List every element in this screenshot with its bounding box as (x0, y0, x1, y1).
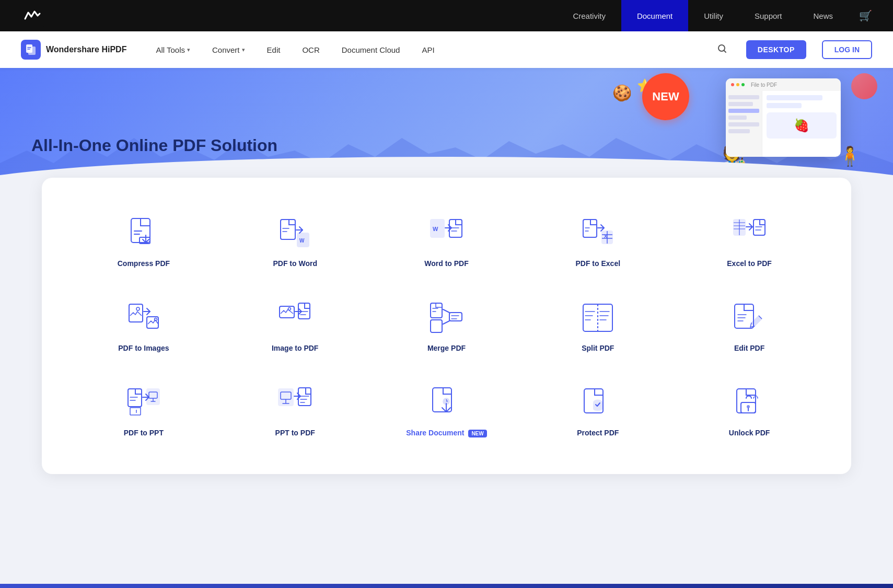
protect-pdf-label: Protect PDF (577, 429, 619, 437)
mockup-sidebar (726, 91, 762, 157)
top-nav: Creativity Document Utility Support News… (0, 0, 893, 31)
tool-pdf-to-excel[interactable]: X PDF to Excel (527, 204, 668, 278)
svg-text:W: W (433, 226, 438, 232)
tool-image-to-pdf[interactable]: Image to PDF (225, 289, 366, 363)
hero-content: All-In-One Online PDF Solution (0, 114, 309, 188)
hipdf-logo-icon (21, 40, 41, 60)
search-button[interactable] (714, 40, 730, 60)
brand-name-text: Wondershare HiPDF (46, 45, 126, 54)
sec-nav-document-cloud[interactable]: Document Cloud (339, 45, 403, 54)
mockup-title-text: File to PDF (751, 82, 777, 88)
tool-pdf-to-ppt[interactable]: PDF to PPT (73, 373, 214, 448)
mockup-sidebar-item (728, 102, 753, 106)
tool-ppt-to-pdf[interactable]: PPT to PDF (225, 373, 366, 448)
excel-to-pdf-icon (730, 214, 768, 252)
sec-nav-edit[interactable]: Edit (264, 45, 284, 54)
tool-pdf-to-images[interactable]: PDF to Images (73, 289, 214, 363)
top-nav-logo (21, 4, 44, 27)
svg-rect-6 (281, 220, 295, 239)
all-tools-chevron: ▾ (187, 47, 190, 53)
mockup-sidebar-item (728, 122, 759, 126)
desktop-button[interactable]: DESKTOP (746, 40, 806, 59)
tool-protect-pdf[interactable]: Protect PDF (527, 373, 668, 448)
tools-card: Compress PDF W PDF to Word (42, 178, 851, 474)
share-document-icon (427, 384, 465, 421)
pdf-to-word-icon: W (276, 214, 314, 252)
sec-nav-convert[interactable]: Convert ▾ (209, 45, 248, 54)
split-pdf-label: Split PDF (582, 344, 614, 352)
svg-rect-26 (449, 313, 462, 321)
protect-pdf-icon (579, 384, 617, 421)
nav-support[interactable]: Support (739, 0, 798, 31)
tool-unlock-pdf[interactable]: Unlock PDF (679, 373, 820, 448)
unlock-pdf-label: Unlock PDF (729, 429, 770, 437)
merge-pdf-label: Merge PDF (427, 344, 466, 352)
bottom-decorative-bar (0, 584, 893, 588)
tool-pdf-to-word[interactable]: W PDF to Word (225, 204, 366, 278)
split-pdf-icon (579, 299, 617, 337)
mockup-row-short (767, 103, 802, 108)
pdf-to-ppt-icon (125, 384, 163, 421)
tools-grid: Compress PDF W PDF to Word (73, 199, 820, 453)
mockup-sidebar-item (728, 129, 750, 133)
compress-pdf-label: Compress PDF (118, 259, 170, 268)
sec-nav-ocr[interactable]: OCR (299, 45, 322, 54)
svg-rect-24 (431, 303, 442, 318)
share-document-new-tag: NEW (468, 430, 486, 437)
login-button[interactable]: LOG IN (822, 40, 872, 59)
mockup-dot-green (741, 83, 745, 86)
sec-nav-api[interactable]: API (419, 45, 437, 54)
hero-app-mockup: File to PDF 🍓 (726, 78, 841, 157)
word-to-pdf-label: Word to PDF (424, 259, 469, 268)
nav-utility[interactable]: Utility (688, 0, 739, 31)
search-icon (717, 43, 727, 54)
nav-creativity[interactable]: Creativity (557, 0, 621, 31)
mockup-sidebar-item (728, 95, 759, 99)
word-to-pdf-icon: W (427, 214, 465, 252)
pdf-to-excel-label: PDF to Excel (575, 259, 620, 268)
hero-title: All-In-One Online PDF Solution (31, 135, 277, 157)
compress-pdf-icon (125, 214, 163, 252)
unlock-pdf-icon (730, 384, 768, 421)
tool-compress-pdf[interactable]: Compress PDF (73, 204, 214, 278)
svg-rect-17 (129, 304, 143, 322)
mockup-dot-red (731, 83, 734, 86)
mockup-dot-yellow (736, 83, 739, 86)
hero-banner: 🧑‍🎨 🧍 🍪 ⭐ NEW File to PDF (0, 68, 893, 188)
mockup-row (767, 95, 822, 100)
svg-point-18 (136, 307, 140, 310)
brand-logo[interactable]: Wondershare HiPDF (21, 40, 126, 60)
tool-split-pdf[interactable]: Split PDF (527, 289, 668, 363)
mockup-strawberry: 🍓 (767, 112, 837, 139)
sec-nav-all-tools[interactable]: All Tools ▾ (153, 45, 193, 54)
svg-rect-25 (431, 320, 442, 332)
tool-excel-to-pdf[interactable]: Excel to PDF (679, 204, 820, 278)
pdf-to-word-label: PDF to Word (273, 259, 317, 268)
new-badge: NEW (642, 73, 689, 120)
hero-decor-ball (851, 73, 877, 99)
tool-share-document[interactable]: Share Document NEW (376, 373, 517, 448)
hipdf-icon-svg (25, 43, 37, 56)
main-content: Compress PDF W PDF to Word (0, 178, 893, 505)
tool-merge-pdf[interactable]: Merge PDF (376, 289, 517, 363)
excel-to-pdf-label: Excel to PDF (727, 259, 772, 268)
wondershare-logo-icon (21, 4, 44, 27)
tool-word-to-pdf[interactable]: W Word to PDF (376, 204, 517, 278)
merge-pdf-icon (427, 299, 465, 337)
convert-chevron: ▾ (242, 47, 245, 53)
pdf-to-images-label: PDF to Images (118, 344, 169, 352)
mockup-main: 🍓 (762, 91, 841, 157)
nav-document[interactable]: Document (621, 0, 688, 31)
edit-pdf-label: Edit PDF (734, 344, 764, 352)
image-to-pdf-icon (276, 299, 314, 337)
tool-edit-pdf[interactable]: Edit PDF (679, 289, 820, 363)
strawberry-emoji: 🍓 (794, 118, 809, 133)
mockup-sidebar-item (728, 116, 747, 120)
svg-point-20 (154, 318, 157, 321)
nav-news[interactable]: News (797, 0, 849, 31)
sec-nav: Wondershare HiPDF All Tools ▾ Convert ▾ … (0, 31, 893, 68)
image-to-pdf-label: Image to PDF (272, 344, 318, 352)
cart-icon[interactable]: 🛒 (849, 9, 872, 22)
pdf-to-ppt-label: PDF to PPT (124, 429, 164, 437)
svg-text:X: X (604, 234, 607, 239)
